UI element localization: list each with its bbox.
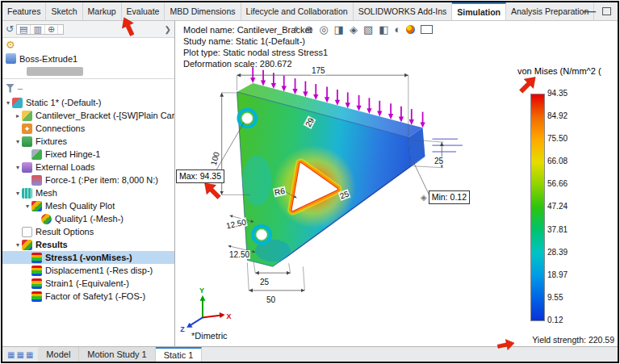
tree-item[interactable]: ▾ External Loads [2, 161, 174, 174]
menu-tab[interactable]: Sketch [46, 2, 82, 20]
view-settings-icon[interactable] [421, 25, 433, 34]
zoom-area-icon[interactable]: ⊕ [304, 23, 313, 36]
tree-item-label: Mesh [36, 188, 57, 198]
menu-tab[interactable]: Markup [83, 2, 122, 20]
stress-plot-icon [31, 253, 42, 263]
view-orientation-icon[interactable]: ▧ [363, 23, 373, 36]
study-tabs: Model Motion Study 1 Static 1 [38, 347, 202, 362]
expander-icon[interactable]: ▾ [14, 241, 22, 249]
tree-item-label: Stress1 (-vonMises-) [45, 253, 132, 262]
tree-item-label: Factor of Safety1 (-FOS-) [45, 291, 145, 301]
section-view-icon[interactable]: ◨ [334, 23, 344, 36]
expander-icon[interactable]: ▾ [14, 190, 22, 197]
tree-item[interactable]: Result Options [2, 225, 174, 238]
menu-tab[interactable]: SOLIDWORKS Add-Ins [354, 2, 453, 20]
filter-dash: – [18, 83, 23, 93]
tree-item[interactable]: Force-1 (:Per item: 8,000 N:) [2, 174, 174, 186]
triad-z-label: Z [180, 325, 185, 333]
wrench-icon[interactable]: ⚙ [6, 40, 15, 50]
tree-item[interactable]: ▸ Cantilever_Bracket (-[SW]Plain Car [2, 109, 174, 122]
property-manager-tab-icon[interactable]: ▥ [31, 25, 44, 34]
mesh-icon [22, 188, 32, 199]
feature-tree-tab-icon[interactable]: ▤ [17, 25, 31, 34]
legend-tick-label: 9.55 [547, 293, 568, 302]
command-manager-tabs: Features Sketch Markup Evaluate MBD Dime… [2, 2, 618, 21]
tree-item[interactable]: Fixed Hinge-1 [2, 148, 174, 161]
expander-icon[interactable]: ▸ [14, 112, 22, 119]
max-value: 94.35 [200, 170, 221, 182]
legend-tick-label: 0.12 [547, 316, 568, 324]
hide-show-icon[interactable]: ◐ [394, 23, 400, 36]
graphics-area[interactable]: Y X Z Model name: Cantilever_BracketStud… [175, 21, 618, 347]
result-options-icon [22, 227, 32, 237]
tree-item-label: Result Options [36, 227, 94, 236]
previous-view-icon[interactable]: ◎ [319, 23, 328, 36]
boss-extrude-item[interactable]: Boss-Extrude1 [2, 52, 174, 65]
study-tab[interactable]: Model [38, 347, 79, 362]
tree-item-label: Mesh Quality Plot [45, 201, 115, 211]
study-tab[interactable]: Static 1 [156, 347, 203, 362]
tree-item[interactable]: ▾ Mesh Quality Plot [2, 199, 174, 212]
configuration-tab-icon[interactable]: ⊕ [45, 25, 58, 34]
tree-item-label: Strain1 (-Equivalent-) [45, 278, 129, 288]
legend-title: von Mises (N/mm^2 ( [517, 66, 618, 76]
tree-item[interactable]: ▾ Mesh [2, 186, 174, 199]
max-label: Max: [179, 170, 198, 182]
yield-strength-label: Yield strength: 220.59 [532, 335, 614, 345]
tree-item[interactable]: Connections [2, 122, 174, 135]
tree-item[interactable]: ▾ Results [2, 238, 174, 251]
min-callout[interactable]: ◈ Min: 0.12 [421, 190, 470, 204]
sheet-icon[interactable]: ▦ [16, 350, 23, 359]
tree-filter-bar[interactable]: – [2, 82, 174, 94]
tree-item-label: Connections [36, 123, 85, 133]
expander-icon[interactable]: ▾ [4, 99, 12, 107]
legend-color-bar [530, 94, 545, 321]
force-icon [31, 175, 42, 186]
appearance-icon[interactable] [406, 25, 415, 34]
tree-item[interactable]: Quality1 (-Mesh-) [2, 212, 174, 225]
menu-tab[interactable]: Lifecycle and Collaboration [241, 2, 354, 20]
filter-funnel-icon [6, 84, 15, 93]
tree-item[interactable]: Stress1 (-vonMises-) [2, 251, 174, 264]
zoom-fit-icon[interactable]: ⌖ [293, 23, 299, 36]
display-manager-tab-icon[interactable] [58, 25, 63, 34]
menu-tab[interactable]: Evaluate [122, 2, 165, 20]
sheet-icon[interactable]: ▦ [26, 350, 33, 359]
sheet-icon[interactable]: ▦ [7, 350, 15, 359]
tree-item[interactable]: Displacement1 (-Res disp-) [2, 264, 174, 277]
tree-item[interactable]: Strain1 (-Equivalent-) [2, 277, 174, 290]
plot-info-line: Plot type: Static nodal stress Stress1 [183, 47, 328, 58]
tree-item[interactable]: ▾ Fixtures [2, 135, 174, 148]
tree-item[interactable]: ▾ Static 1* (-Default-) [2, 96, 174, 109]
tree-item-label: Quality1 (-Mesh-) [55, 214, 124, 224]
expander-icon[interactable]: ▾ [23, 203, 31, 210]
study-tab[interactable]: Motion Study 1 [79, 347, 155, 362]
panel-expand-icon[interactable]: ❯ [165, 25, 171, 34]
legend-tick-label: 28.39 [547, 248, 568, 257]
legend-tick-label: 47.24 [547, 202, 568, 211]
menu-tab[interactable]: Simulation [452, 2, 506, 20]
display-style-icon[interactable]: ◧ [379, 23, 388, 36]
tree-item-label: Fixtures [36, 136, 67, 146]
max-callout[interactable]: Max: 94.35 [176, 169, 224, 183]
expander-icon[interactable]: ▾ [14, 138, 22, 145]
tree-item-label: Static 1* (-Default-) [26, 98, 102, 107]
tree-item-label: Force-1 (:Per item: 8,000 N:) [45, 175, 158, 185]
menu-tab[interactable]: MBD Dimensions [165, 2, 241, 20]
orientation-triad: Y X Z [180, 287, 231, 333]
history-icon[interactable]: ↺ [6, 24, 14, 34]
menu-tab[interactable]: Features [2, 2, 46, 20]
legend-tick-label: 84.92 [547, 111, 568, 120]
bottom-tab-bar: ▦ ▦ ▦ Model Motion Study 1 Static 1 [2, 346, 618, 362]
restore-icon[interactable] [602, 7, 611, 15]
boss-extrude-icon [6, 53, 16, 64]
expander-icon[interactable]: ▾ [14, 164, 22, 171]
annotation-views-icon[interactable]: ◈ [350, 23, 358, 36]
min-label: Min: [432, 191, 448, 203]
legend-tick-label: 66.08 [547, 157, 568, 165]
minimize-icon[interactable]: — [583, 4, 596, 19]
simulation-study-tree: ▾ Static 1* (-Default-) ▸ Cantilever_Bra… [2, 94, 174, 303]
legend-tick-label: 75.50 [547, 134, 568, 143]
tree-item[interactable]: Factor of Safety1 (-FOS-) [2, 290, 174, 303]
connections-icon [22, 123, 32, 134]
